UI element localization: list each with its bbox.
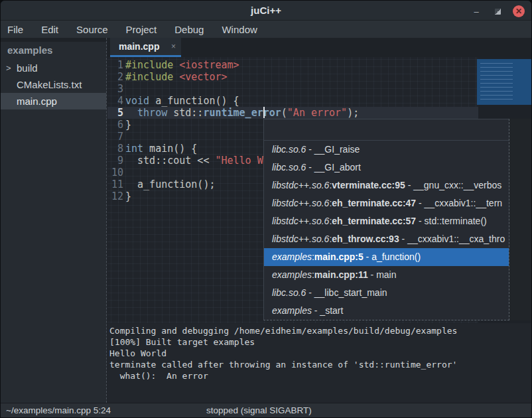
line-text <box>123 131 125 143</box>
status-debug-state: stopped (signal SIGABRT) <box>206 405 312 415</box>
line-number: 4 <box>107 95 123 107</box>
menubar: File Edit Source Project Debug Window <box>1 21 531 38</box>
tab-label: main.cpp <box>119 41 159 52</box>
menu-debug[interactable]: Debug <box>174 24 204 35</box>
backtrace-frame[interactable]: libstdc++.so.6:eh_throw.cc:93 - __cxxabi… <box>264 230 509 248</box>
line-number: 7 <box>107 131 123 143</box>
minimize-icon: – <box>474 7 478 17</box>
close-button[interactable]: ✕ <box>513 5 525 17</box>
line-text: throw std::runtime_error("An error"); <box>123 107 359 119</box>
line-number: 9 <box>107 155 123 167</box>
project-root-label: examples <box>1 42 106 60</box>
app-window: juCi++ – ✕ File Edit Source Project Debu… <box>0 0 532 418</box>
backtrace-frame[interactable]: examples:main.cpp:11 - main <box>264 266 509 284</box>
backtrace-frame[interactable]: libc.so.6 - __GI_abort <box>264 159 509 176</box>
tree-item-cmakelists[interactable]: CMakeLists.txt <box>1 76 106 93</box>
minimap[interactable] <box>477 59 531 105</box>
line-text: } <box>123 190 131 202</box>
line-text: #include <vector> <box>123 71 228 83</box>
terminal-line: Compiling and debugging /home/eidheim/ex… <box>109 325 531 336</box>
line-text: a_function(); <box>123 178 215 190</box>
code-line[interactable]: 2#include <vector> <box>107 71 531 83</box>
maximize-icon <box>495 9 501 15</box>
code-line[interactable]: 4void a_function() { <box>107 95 531 107</box>
menu-edit[interactable]: Edit <box>41 24 58 35</box>
minimap-code-lines <box>480 63 513 100</box>
backtrace-list: libc.so.6 - __GI_raiselibc.so.6 - __GI_a… <box>264 141 509 320</box>
tab-close-icon[interactable]: × <box>171 42 176 51</box>
line-number: 11 <box>107 178 123 190</box>
menu-window[interactable]: Window <box>222 24 257 35</box>
titlebar[interactable]: juCi++ – ✕ <box>1 1 531 21</box>
terminal-line: [100%] Built target examples <box>109 336 531 348</box>
line-text <box>123 83 125 95</box>
line-number: 6 <box>107 119 123 131</box>
line-number: 12 <box>107 190 123 202</box>
menu-source[interactable]: Source <box>76 24 108 35</box>
terminal-line: what(): An error <box>109 370 531 382</box>
menu-project[interactable]: Project <box>126 24 157 35</box>
line-text: std::cout << "Hello W <box>123 155 263 167</box>
file-tree-panel: examples > build CMakeLists.txt main.cpp <box>1 38 107 403</box>
statusbar: ~/examples/main.cpp 5:24 stopped (signal… <box>1 403 531 417</box>
code-line[interactable]: 5 throw std::runtime_error("An error"); <box>107 107 531 119</box>
line-text: } <box>123 119 131 131</box>
backtrace-frame[interactable]: libstdc++.so.6:vterminate.cc:95 - __gnu_… <box>264 176 509 194</box>
backtrace-frame[interactable]: libstdc++.so.6:eh_terminate.cc:57 - std:… <box>264 212 509 230</box>
line-number: 1 <box>107 59 123 71</box>
backtrace-popup: libc.so.6 - __GI_raiselibc.so.6 - __GI_a… <box>263 119 509 320</box>
line-number: 10 <box>107 167 123 178</box>
code-editor[interactable]: 1#include <iostream>2#include <vector>34… <box>107 57 531 323</box>
terminal-line: terminate called after throwing an insta… <box>109 359 531 370</box>
backtrace-frame[interactable]: libc.so.6 - __libc_start_main <box>264 284 509 302</box>
line-text <box>123 167 125 178</box>
line-number: 2 <box>107 71 123 83</box>
backtrace-frame[interactable]: libstdc++.so.6:eh_terminate.cc:47 - __cx… <box>264 194 509 212</box>
menu-file[interactable]: File <box>7 24 23 35</box>
code-line[interactable]: 1#include <iostream> <box>107 59 531 71</box>
maximize-button[interactable] <box>492 5 503 17</box>
backtrace-frame[interactable]: examples:main.cpp:5 - a_function() <box>264 248 509 266</box>
tree-item-maincpp[interactable]: main.cpp <box>1 93 106 109</box>
popup-search-entry[interactable] <box>264 119 509 141</box>
tabbar: main.cpp × <box>107 38 531 57</box>
tree-item-label: CMakeLists.txt <box>17 76 82 93</box>
tree-item-label: build <box>17 60 38 76</box>
tree-item-label: main.cpp <box>17 93 57 109</box>
popup-right-gutter <box>508 119 531 320</box>
backtrace-frame[interactable]: examples - _start <box>264 302 509 320</box>
status-file-location: ~/examples/main.cpp 5:24 <box>6 405 111 415</box>
line-number: 5 <box>107 107 123 119</box>
line-text: int main() { <box>123 143 197 155</box>
close-icon: ✕ <box>515 7 522 16</box>
minimize-button[interactable]: – <box>470 5 482 17</box>
tab-maincpp[interactable]: main.cpp × <box>110 38 181 57</box>
window-title: juCi++ <box>1 5 531 16</box>
terminal-output[interactable]: Compiling and debugging /home/eidheim/ex… <box>107 323 531 403</box>
line-number: 3 <box>107 83 123 95</box>
line-text: #include <iostream> <box>123 59 239 71</box>
main-area: main.cpp × 1#include <iostream>2#include… <box>107 38 531 403</box>
terminal-line: Hello World <box>109 348 531 359</box>
code-line[interactable]: 3 <box>107 83 531 95</box>
chevron-right-icon[interactable]: > <box>6 60 11 76</box>
line-text: void a_function() { <box>123 95 239 107</box>
text-cursor <box>263 107 265 118</box>
line-number: 8 <box>107 143 123 155</box>
tree-item-build[interactable]: > build <box>1 60 106 76</box>
backtrace-frame[interactable]: libc.so.6 - __GI_raise <box>264 141 509 159</box>
